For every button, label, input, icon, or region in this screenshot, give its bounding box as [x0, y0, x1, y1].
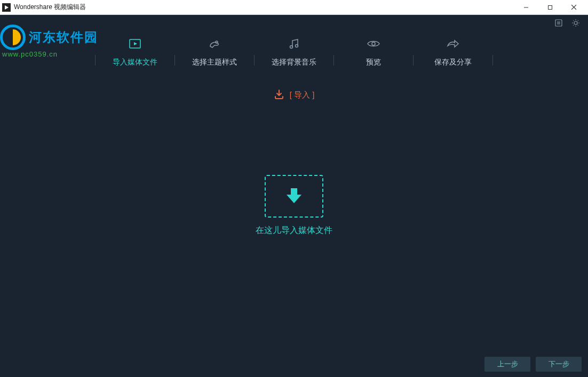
- maximize-button[interactable]: [538, 0, 562, 15]
- svg-marker-0: [5, 5, 9, 10]
- step-divider: [174, 55, 175, 66]
- svg-line-16: [573, 25, 574, 26]
- minimize-button[interactable]: [514, 0, 538, 15]
- svg-marker-19: [134, 42, 137, 45]
- footer: 上一步 下一步: [0, 351, 588, 377]
- window-controls: [514, 0, 586, 15]
- step-label: 选择背景音乐: [272, 58, 316, 67]
- step-divider: [95, 55, 96, 66]
- step-divider: [413, 55, 414, 66]
- step-preview[interactable]: 预览: [341, 37, 406, 67]
- app-icon: [2, 3, 11, 12]
- music-icon: [288, 37, 300, 50]
- theme-icon: [208, 37, 221, 50]
- svg-line-14: [573, 20, 574, 21]
- step-divider: [254, 55, 255, 66]
- titlebar: Wondershare 视频编辑器: [0, 0, 588, 15]
- step-choose-music[interactable]: 选择背景音乐: [262, 37, 326, 67]
- close-button[interactable]: [562, 0, 586, 15]
- eye-icon: [367, 37, 380, 50]
- share-icon: [446, 37, 460, 50]
- step-divider: [492, 55, 493, 66]
- svg-line-15: [578, 25, 579, 26]
- step-choose-theme[interactable]: 选择主题样式: [182, 37, 247, 67]
- step-label: 保存及分享: [434, 58, 472, 67]
- list-icon[interactable]: [554, 18, 563, 28]
- window-title: Wondershare 视频编辑器: [14, 3, 514, 12]
- arrow-down-icon: [283, 184, 305, 208]
- svg-point-20: [216, 41, 218, 43]
- import-label: [ 导入 ]: [290, 90, 315, 100]
- svg-point-9: [574, 21, 577, 25]
- prev-step-button[interactable]: 上一步: [484, 357, 530, 372]
- steps-nav: 导入媒体文件 选择主题样式 选择背景音乐 预览: [0, 31, 588, 74]
- step-label: 导入媒体文件: [113, 58, 157, 67]
- film-icon: [129, 37, 141, 50]
- svg-point-22: [296, 45, 298, 47]
- step-divider: [333, 55, 334, 66]
- step-import-media[interactable]: 导入媒体文件: [103, 37, 167, 67]
- brightness-icon[interactable]: [571, 18, 581, 28]
- svg-point-23: [372, 42, 375, 45]
- download-icon: [274, 89, 284, 101]
- svg-point-21: [290, 46, 293, 49]
- svg-rect-2: [548, 5, 552, 9]
- step-label: 选择主题样式: [192, 58, 237, 67]
- media-dropzone[interactable]: [265, 175, 323, 218]
- step-label: 预览: [366, 58, 381, 67]
- next-step-button[interactable]: 下一步: [536, 357, 582, 372]
- svg-line-17: [578, 20, 579, 21]
- import-button[interactable]: [ 导入 ]: [274, 89, 315, 101]
- dropzone-label: 在这儿导入媒体文件: [256, 225, 332, 236]
- step-save-share[interactable]: 保存及分享: [421, 37, 485, 67]
